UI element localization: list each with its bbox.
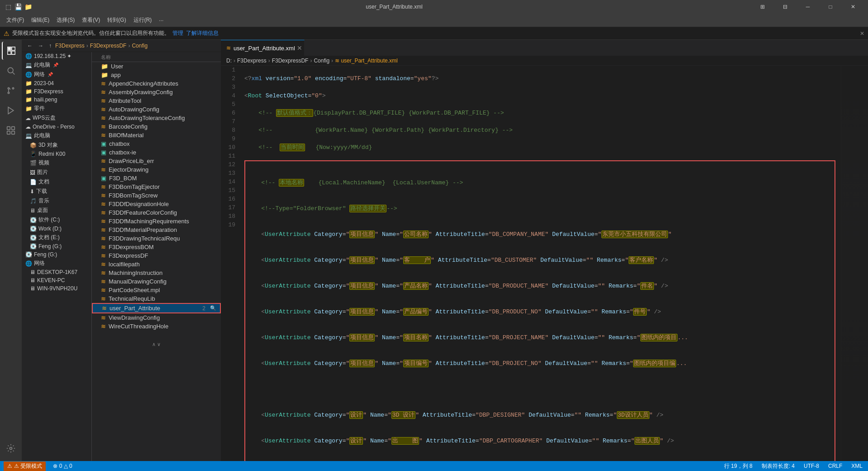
manage-link[interactable]: 管理 (172, 29, 183, 37)
tab-close-btn[interactable]: ✕ (297, 44, 302, 52)
explorer-icon[interactable] (2, 42, 20, 60)
list-item[interactable]: ≋ AppendCheckingAttributes (92, 79, 221, 88)
tree-item-docs[interactable]: 📄 文档 (22, 177, 91, 187)
breadcrumb-config[interactable]: Config (132, 43, 148, 49)
tree-item-drive-c[interactable]: 💽 软件 (C:) (22, 215, 91, 225)
list-item[interactable]: 📁 User (92, 62, 221, 71)
menu-more[interactable]: ··· (155, 15, 167, 25)
list-item[interactable]: 📁 app (92, 71, 221, 79)
notification-close[interactable]: ✕ (860, 30, 864, 37)
list-item[interactable]: ≋ AutoDrawingToleranceConfig (92, 114, 221, 122)
menu-goto[interactable]: 转到(G) (104, 14, 129, 26)
tree-item-parts[interactable]: 📁 零件 (22, 104, 91, 113)
tree-item-haili[interactable]: 📁 haili.peng (22, 96, 91, 104)
menu-file[interactable]: 文件(F) (3, 14, 28, 26)
breadcrumb-d[interactable]: D: (226, 58, 232, 64)
statusbar-spaces[interactable]: 制表符长度: 4 (760, 462, 796, 470)
menu-view[interactable]: 查看(V) (78, 14, 104, 26)
list-item[interactable]: ▣ chatbox (92, 139, 221, 148)
active-tab[interactable]: ≋ user_Part_Attribute.xml ✕ (221, 40, 305, 56)
list-item[interactable]: ≋ F3DDfMaterialPreparation (92, 226, 221, 234)
tree-item-downloads[interactable]: ⬇ 下载 (22, 187, 91, 196)
statusbar-errors[interactable]: ⊗ 0 △ 0 (51, 463, 74, 469)
restricted-mode-badge[interactable]: ⚠ ⚠ 受限模式 (4, 461, 46, 471)
list-item[interactable]: ≋ F3DDrawingTechnicalRequ (92, 234, 221, 243)
tree-item-drive-g[interactable]: 💽 Feng (G:) (22, 242, 91, 250)
tree-item-2023[interactable]: 📁 2023-04 (22, 79, 91, 87)
list-item[interactable]: ≋ WireCutThreadingHole (92, 322, 221, 331)
tree-item-keven[interactable]: 🖥 KEVEN-PC (22, 276, 91, 284)
list-item[interactable]: ≋ BarcodeConfig (92, 122, 221, 131)
tree-item-3d[interactable]: 📦 3D 对象 (22, 140, 91, 150)
titlebar-icon-2[interactable]: 💾 (14, 3, 22, 10)
window-layout-btn2[interactable]: ⊟ (775, 0, 796, 14)
list-item[interactable]: ▣ F3D_BOM (92, 174, 221, 183)
list-item[interactable]: ▣ chatbox-ie (92, 148, 221, 157)
tree-item-network[interactable]: 🌐 网络 📌 (22, 70, 91, 79)
tree-item-wps[interactable]: ☁ WPS云盘 (22, 113, 91, 123)
list-item[interactable]: ≋ localfilepath (92, 260, 221, 269)
statusbar-line-col[interactable]: 行 19，列 8 (722, 462, 754, 470)
breadcrumb-f3dexpressdf[interactable]: F3DexpressDF (90, 43, 127, 49)
nav-up[interactable]: ↑ (47, 42, 53, 50)
list-item[interactable]: ≋ F3DexpressBOM (92, 243, 221, 251)
list-item[interactable]: ≋ EjectorDrawing (92, 165, 221, 174)
tree-item-thispc2[interactable]: 💻 此电脑 (22, 131, 91, 140)
breadcrumb-f3d[interactable]: F3Dexpress (237, 58, 267, 64)
search-icon[interactable] (2, 62, 20, 80)
list-item[interactable]: ≋ BillOfMaterial (92, 131, 221, 139)
close-btn[interactable]: ✕ (843, 0, 863, 14)
tree-item-thispc[interactable]: 💻 此电脑 📌 (22, 60, 91, 70)
tree-item-drive-e[interactable]: 💽 文档 (E:) (22, 233, 91, 242)
maximize-btn[interactable]: □ (820, 0, 841, 14)
window-layout-btn[interactable]: ⊞ (752, 0, 773, 14)
list-item[interactable]: ≋ F3DBomTagEjector (92, 183, 221, 191)
menu-run[interactable]: 运行(R) (130, 14, 156, 26)
tree-item-video[interactable]: 🎬 视频 (22, 158, 91, 168)
menu-select[interactable]: 选择(S) (53, 14, 78, 26)
tree-item-onedrive[interactable]: ☁ OneDrive - Perso (22, 123, 91, 131)
list-item-selected[interactable]: ≋ user_Part_Attribute 2 🔍 (92, 303, 221, 313)
list-item[interactable]: ≋ DrawPriceLib_err (92, 157, 221, 165)
breadcrumb-f3dexpress[interactable]: F3Dexpress (55, 43, 85, 49)
list-item[interactable]: ≋ F3DDfMachiningRequirements (92, 217, 221, 226)
statusbar-language[interactable]: XML (849, 463, 864, 469)
tree-item-music[interactable]: 🎵 音乐 (22, 196, 91, 206)
breadcrumb-df[interactable]: F3DexpressDF (272, 58, 309, 64)
nav-forward[interactable]: → (36, 42, 45, 50)
minimize-btn[interactable]: ─ (797, 0, 818, 14)
tree-item-win[interactable]: 🖥 WIN-9VNPH20U (22, 284, 91, 293)
list-item[interactable]: ≋ AssemblyDrawingConfig (92, 88, 221, 96)
tree-item-desktop[interactable]: 🖥 桌面 (22, 206, 91, 215)
tree-item-redmi[interactable]: 📱 Redmi K00 (22, 150, 91, 158)
list-item[interactable]: ≋ ViewDrawingConfig (92, 313, 221, 322)
list-item[interactable]: ≋ PartCodeSheet.mpl (92, 286, 221, 294)
breadcrumb-file[interactable]: ≋ user_Part_Attribute.xml (335, 58, 398, 64)
list-item[interactable]: ≋ F3DDfFeatureColorConfig (92, 208, 221, 217)
tree-item-drive-d[interactable]: 💽 Work (D:) (22, 225, 91, 233)
list-item[interactable]: ≋ ManualDrawingConfig (92, 277, 221, 286)
list-item[interactable]: ≋ TechnicalRequLib (92, 294, 221, 303)
source-control-icon[interactable] (2, 82, 20, 100)
statusbar-line-ending[interactable]: CRLF (826, 463, 844, 469)
extensions-icon[interactable] (2, 121, 20, 139)
list-item[interactable]: ≋ F3DexpressDF (92, 251, 221, 260)
run-debug-icon[interactable] (2, 101, 20, 120)
statusbar-encoding[interactable]: UTF-8 (802, 463, 821, 469)
list-item[interactable]: ≋ MachiningInstruction (92, 269, 221, 277)
menu-edit[interactable]: 编辑(E) (28, 14, 53, 26)
titlebar-icon-3[interactable]: 📁 (24, 3, 32, 10)
editor-content[interactable]: 1 2 3 4 5 6 7 8 9 10 11 12 13 14 15 16 1… (221, 66, 868, 461)
tree-item-feng[interactable]: 💽 Feng (G:) (22, 250, 91, 259)
tree-item-network2[interactable]: 🌐 网络 (22, 259, 91, 268)
tree-item-desktop2[interactable]: 🖥 DESKTOP-1K67 (22, 268, 91, 276)
list-item[interactable]: ≋ F3DBomTagScrew (92, 191, 221, 200)
titlebar-icon-1[interactable]: ⬚ (5, 3, 12, 10)
code-content[interactable]: <?xml version="1.0" encoding="UTF-8" sta… (239, 66, 841, 461)
tree-item-f3d[interactable]: 📁 F3Dexpress (22, 87, 91, 96)
list-item[interactable]: ≋ F3DDfDesignationHole (92, 200, 221, 208)
list-item[interactable]: ≋ AttributeTool (92, 96, 221, 105)
list-item[interactable]: ≋ AutoDrawingConfig (92, 105, 221, 114)
nav-back[interactable]: ← (25, 42, 34, 50)
settings-icon[interactable] (2, 439, 20, 457)
